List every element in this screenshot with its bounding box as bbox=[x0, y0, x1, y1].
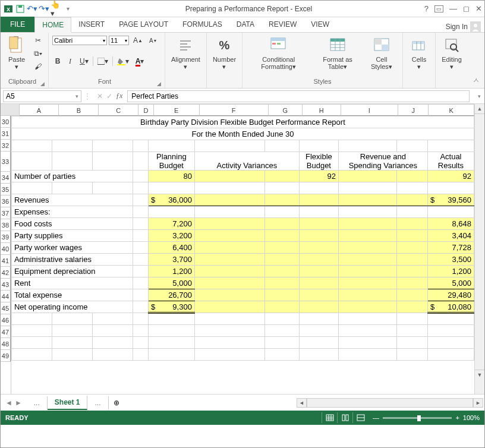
tab-view[interactable]: VIEW bbox=[304, 17, 336, 32]
row-header[interactable]: 37 bbox=[1, 207, 11, 219]
touch-mode-icon[interactable]: 👆▾ bbox=[51, 4, 61, 14]
close-icon[interactable]: ✕ bbox=[475, 4, 482, 13]
tab-data[interactable]: DATA bbox=[229, 17, 262, 32]
cell[interactable]: Party worker wages bbox=[11, 242, 133, 254]
row-header[interactable]: 31 bbox=[1, 128, 11, 140]
cell[interactable]: Expenses: bbox=[11, 206, 133, 218]
bold-button[interactable]: B bbox=[52, 55, 63, 67]
row-header[interactable]: 46 bbox=[1, 314, 11, 326]
col-header[interactable]: H bbox=[303, 104, 341, 116]
cell[interactable]: FlexibleBudget bbox=[299, 152, 338, 171]
row-header[interactable]: 48 bbox=[1, 338, 11, 350]
save-icon[interactable] bbox=[15, 4, 26, 14]
enter-formula-icon[interactable]: ✓ bbox=[106, 92, 112, 100]
cell[interactable]: $39,560 bbox=[427, 194, 474, 206]
sheet-tab-more[interactable]: ... bbox=[27, 396, 48, 409]
cell[interactable]: 6,400 bbox=[148, 242, 194, 254]
restore-icon[interactable]: ◻ bbox=[463, 4, 470, 13]
cells-table[interactable]: Birthday Party Division Flexible Budget … bbox=[11, 116, 474, 361]
row-header[interactable]: 47 bbox=[1, 326, 11, 338]
row-header[interactable]: 39 bbox=[1, 231, 11, 243]
redo-icon[interactable]: ↷▾ bbox=[39, 4, 49, 14]
view-page-layout-icon[interactable] bbox=[337, 412, 352, 423]
cell[interactable]: 5,000 bbox=[148, 277, 194, 289]
row-header[interactable]: 43 bbox=[1, 279, 11, 291]
row-header[interactable]: 45 bbox=[1, 302, 11, 314]
row-header[interactable]: 32 bbox=[1, 140, 11, 152]
alignment-button[interactable]: Alignment▾ bbox=[169, 34, 203, 71]
name-box[interactable]: A5▾ bbox=[3, 90, 81, 102]
view-page-break-icon[interactable] bbox=[352, 412, 368, 423]
col-header[interactable]: B bbox=[59, 104, 99, 116]
decrease-font-icon[interactable]: A▼ bbox=[147, 34, 160, 46]
cell[interactable]: 1,200 bbox=[427, 266, 474, 277]
col-header[interactable]: F bbox=[200, 104, 269, 116]
cut-icon[interactable]: ✂ bbox=[32, 34, 45, 46]
expand-formula-bar-icon[interactable]: ▾ bbox=[474, 93, 484, 99]
cell[interactable]: For the Month Ended June 30 bbox=[11, 128, 474, 140]
clipboard-launcher-icon[interactable]: ◢ bbox=[40, 81, 45, 87]
cell[interactable]: 3,700 bbox=[148, 254, 194, 266]
zoom-in-icon[interactable]: + bbox=[455, 414, 459, 421]
zoom-level[interactable]: 100% bbox=[463, 414, 480, 421]
conditional-formatting-button[interactable]: Conditional Formatting▾ bbox=[246, 34, 311, 71]
font-size-combo[interactable]: 11▾ bbox=[109, 36, 129, 45]
sign-in-button[interactable]: Sign In bbox=[442, 21, 484, 32]
cell[interactable]: Revenue andSpending Variances bbox=[338, 152, 427, 171]
cell[interactable]: 1,200 bbox=[148, 266, 194, 277]
sheet-tab-sheet1[interactable]: Sheet 1 bbox=[48, 396, 88, 410]
cell[interactable]: 3,500 bbox=[427, 254, 474, 266]
cells-button[interactable]: Cells▾ bbox=[407, 34, 432, 71]
row-header[interactable]: 36 bbox=[1, 195, 11, 207]
tab-insert[interactable]: INSERT bbox=[71, 17, 112, 32]
increase-font-icon[interactable]: A▲ bbox=[131, 34, 145, 46]
view-normal-icon[interactable] bbox=[322, 412, 337, 423]
undo-icon[interactable]: ↶▾ bbox=[27, 4, 37, 14]
minimize-icon[interactable]: — bbox=[449, 4, 457, 13]
font-color-icon[interactable]: A▾ bbox=[133, 55, 147, 67]
row-header[interactable]: 38 bbox=[1, 219, 11, 231]
ribbon-display-icon[interactable]: ▭ bbox=[434, 5, 443, 12]
fill-color-icon[interactable]: ▾ bbox=[115, 55, 131, 67]
sheet-tab-more2[interactable]: ... bbox=[87, 396, 108, 409]
row-header[interactable]: 41 bbox=[1, 255, 11, 267]
tab-scroll-right-icon[interactable]: ► bbox=[15, 399, 22, 407]
cell[interactable]: Birthday Party Division Flexible Budget … bbox=[11, 116, 474, 128]
zoom-slider[interactable] bbox=[383, 417, 452, 419]
col-header[interactable]: E bbox=[154, 104, 200, 116]
format-painter-icon[interactable]: 🖌 bbox=[32, 61, 45, 72]
paste-button[interactable]: Paste▾ bbox=[4, 34, 29, 71]
font-launcher-icon[interactable]: ◢ bbox=[157, 81, 161, 87]
cell[interactable]: 26,700 bbox=[148, 289, 194, 301]
cell[interactable]: Number of parties bbox=[11, 171, 133, 182]
cell[interactable]: Party supplies bbox=[11, 230, 133, 242]
cell[interactable]: Total expense bbox=[11, 289, 133, 301]
number-button[interactable]: % Number▾ bbox=[210, 34, 238, 71]
col-header[interactable]: C bbox=[99, 104, 138, 116]
row-header[interactable]: 35 bbox=[1, 184, 11, 195]
underline-button[interactable]: U▾ bbox=[77, 55, 91, 67]
cell[interactable]: $36,000 bbox=[148, 194, 194, 206]
cell[interactable]: Equipment depreciation bbox=[11, 266, 133, 277]
copy-icon[interactable]: ⧉▾ bbox=[32, 48, 45, 59]
tab-page-layout[interactable]: PAGE LAYOUT bbox=[112, 17, 175, 32]
col-header[interactable]: I bbox=[341, 104, 398, 116]
cell[interactable]: Activity Variances bbox=[194, 152, 299, 171]
select-all-corner[interactable] bbox=[1, 104, 20, 116]
editing-button[interactable]: Editing▾ bbox=[439, 34, 464, 71]
cell[interactable]: ActualResults bbox=[427, 152, 474, 171]
cell[interactable]: $9,300 bbox=[148, 301, 194, 313]
cell-styles-button[interactable]: Cell Styles▾ bbox=[364, 34, 399, 71]
new-sheet-icon[interactable]: ⊕ bbox=[109, 399, 124, 407]
row-header[interactable]: 44 bbox=[1, 291, 11, 302]
help-icon[interactable]: ? bbox=[424, 4, 429, 13]
cell[interactable]: 3,200 bbox=[148, 230, 194, 242]
formula-input[interactable]: Perfect Parties bbox=[127, 90, 470, 102]
row-header[interactable]: 30 bbox=[1, 116, 11, 128]
zoom-out-icon[interactable]: — bbox=[373, 414, 379, 421]
cell[interactable]: Revenues bbox=[11, 194, 133, 206]
tab-review[interactable]: REVIEW bbox=[262, 17, 304, 32]
cell[interactable]: 80 bbox=[148, 171, 194, 182]
cell[interactable]: $10,080 bbox=[427, 301, 474, 313]
col-header[interactable]: J bbox=[398, 104, 429, 116]
